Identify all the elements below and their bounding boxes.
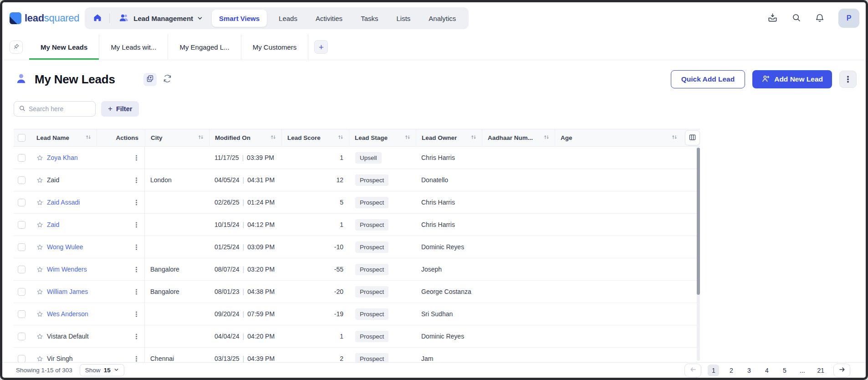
sort-icon[interactable]: [271, 134, 276, 141]
lead-name-link[interactable]: William James: [47, 288, 88, 295]
star-icon[interactable]: [36, 199, 43, 206]
topnav-item[interactable]: Activities: [306, 7, 352, 29]
lead-name-link[interactable]: Vir Singh: [47, 355, 73, 362]
star-icon[interactable]: [36, 311, 43, 318]
page-size-selector[interactable]: Show 15: [80, 364, 124, 376]
lead-name-link[interactable]: Wim Wenders: [47, 266, 87, 273]
lead-name-link[interactable]: Zaid Assadi: [47, 199, 80, 206]
star-icon[interactable]: [36, 221, 43, 228]
lead-name-link[interactable]: Wes Anderson: [47, 310, 88, 318]
smart-view-tab[interactable]: My New Leads: [29, 34, 99, 60]
star-icon[interactable]: [36, 177, 43, 184]
next-page-button[interactable]: [833, 364, 850, 377]
smart-view-tab[interactable]: My Leads wit...: [99, 34, 168, 60]
add-new-lead-button[interactable]: Add New Lead: [752, 70, 832, 88]
page-number[interactable]: 2: [725, 365, 737, 376]
sort-icon[interactable]: [86, 134, 91, 141]
row-checkbox[interactable]: [18, 243, 26, 251]
column-header[interactable]: City: [145, 129, 209, 146]
row-more-icon[interactable]: [136, 224, 137, 226]
lead-name-link[interactable]: Zoya Khan: [47, 154, 78, 161]
column-header[interactable]: Actions: [97, 129, 145, 146]
row-more-icon[interactable]: [136, 336, 137, 337]
row-checkbox[interactable]: [18, 221, 26, 229]
topnav-item[interactable]: Analytics: [419, 7, 465, 29]
row-more-icon[interactable]: [136, 180, 137, 181]
sort-icon[interactable]: [198, 134, 204, 141]
leadsquared-logo[interactable]: leadsquared: [10, 12, 79, 24]
page-number[interactable]: 4: [761, 365, 772, 376]
star-icon[interactable]: [36, 244, 43, 251]
topnav-item[interactable]: Leads: [270, 7, 306, 29]
refresh-button[interactable]: [162, 73, 174, 85]
lead-name-link[interactable]: Wong Wulee: [47, 243, 83, 251]
lead-name-link[interactable]: Vistara Default: [47, 333, 89, 340]
row-checkbox[interactable]: [18, 266, 26, 273]
quick-add-lead-button[interactable]: Quick Add Lead: [671, 70, 745, 88]
row-more-icon[interactable]: [136, 246, 137, 248]
view-settings-button[interactable]: [143, 73, 157, 86]
star-icon[interactable]: [36, 288, 43, 295]
row-more-icon[interactable]: [136, 157, 137, 159]
sort-icon[interactable]: [471, 134, 476, 141]
row-checkbox[interactable]: [18, 176, 26, 184]
table-row: Vistara Default 04/04/24|04:20 PM 1 Pros…: [14, 325, 700, 348]
page-number[interactable]: 3: [743, 365, 755, 376]
sort-icon[interactable]: [672, 134, 677, 141]
global-search-button[interactable]: [791, 13, 801, 24]
import-tray-button[interactable]: [767, 12, 778, 24]
column-header[interactable]: Lead Stage: [349, 129, 416, 146]
row-checkbox[interactable]: [18, 333, 26, 340]
modified-on-cell: 04/05/24|04:31 PM: [209, 176, 281, 184]
star-icon[interactable]: [36, 333, 43, 340]
filter-button[interactable]: + Filter: [101, 101, 139, 117]
previous-page-button[interactable]: [684, 364, 701, 377]
column-picker-button[interactable]: [685, 130, 700, 145]
row-select-cell: [14, 221, 33, 229]
topnav-item[interactable]: Smart Views: [212, 10, 267, 27]
row-checkbox[interactable]: [18, 310, 26, 318]
search-input[interactable]: [29, 105, 91, 113]
column-header[interactable]: Aadhaar Num...: [482, 129, 555, 146]
column-header[interactable]: Lead Name: [33, 129, 97, 146]
row-more-icon[interactable]: [136, 291, 137, 293]
topnav-item[interactable]: Tasks: [352, 7, 387, 29]
pin-view-button[interactable]: [10, 41, 23, 54]
add-tab-button[interactable]: +: [314, 40, 328, 54]
column-header[interactable]: Lead Score: [281, 129, 349, 146]
page-number[interactable]: 1: [708, 365, 719, 376]
row-checkbox[interactable]: [18, 288, 26, 296]
column-header[interactable]: Age: [555, 129, 700, 146]
lead-owner-cell: Dominic Reyes: [416, 243, 482, 251]
module-switcher[interactable]: Lead Management: [112, 13, 209, 24]
row-more-icon[interactable]: [136, 313, 137, 315]
user-avatar[interactable]: P: [838, 9, 859, 28]
lead-name-link[interactable]: Zaid: [47, 221, 59, 228]
star-icon[interactable]: [36, 355, 43, 362]
row-checkbox[interactable]: [18, 355, 26, 363]
row-more-icon[interactable]: [136, 358, 137, 359]
smart-view-tab[interactable]: My Engaged L...: [168, 34, 241, 60]
sort-icon[interactable]: [544, 134, 549, 141]
scrollbar-thumb[interactable]: [697, 148, 700, 295]
sort-icon[interactable]: [338, 134, 343, 141]
column-header[interactable]: Lead Owner: [416, 129, 482, 146]
select-all-checkbox[interactable]: [18, 134, 26, 142]
page-number[interactable]: 21: [814, 365, 827, 376]
home-button[interactable]: [88, 9, 107, 27]
lead-name-link[interactable]: Zaid: [47, 176, 59, 184]
view-more-menu-button[interactable]: [839, 71, 857, 88]
star-icon[interactable]: [36, 154, 43, 161]
smart-view-tab[interactable]: My Customers: [241, 34, 309, 60]
star-icon[interactable]: [36, 266, 43, 273]
column-header[interactable]: Modified On: [209, 129, 281, 146]
page-number[interactable]: 5: [779, 365, 790, 376]
row-checkbox[interactable]: [18, 154, 26, 162]
sort-icon[interactable]: [405, 134, 410, 141]
row-more-icon[interactable]: [136, 202, 137, 203]
topnav-item[interactable]: Lists: [387, 7, 419, 29]
row-more-icon[interactable]: [136, 269, 137, 270]
notifications-button[interactable]: [815, 13, 825, 24]
vertical-scrollbar: [697, 148, 700, 361]
row-checkbox[interactable]: [18, 199, 26, 206]
